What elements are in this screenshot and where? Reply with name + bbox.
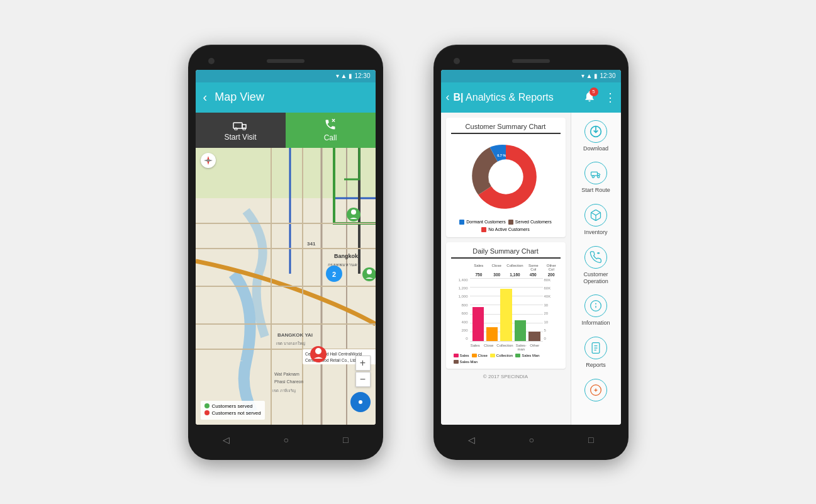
nav-recent-2[interactable]: □ [588,435,593,445]
legend-no-active-color [481,227,486,232]
legend-bar-collection: Collection [490,354,513,357]
bar-close [486,327,498,340]
val-some: 450 [525,272,541,277]
phone-2: ▾ ▲ ▮ 12:30 ‹ B| Analytics & Reports 5 [433,45,629,460]
svg-text:Phasi Chareon: Phasi Chareon [274,379,303,384]
sidebar-item-download[interactable]: Download [581,118,611,155]
x-close: Close [483,344,494,351]
phone-1-top [196,52,376,70]
col-header-some: Some Col [526,264,541,271]
back-arrow-2[interactable]: ‹ [446,91,450,104]
info-icon-container [584,294,607,317]
call-label: Call [324,133,337,142]
start-visit-button[interactable]: Start Visit [196,113,286,148]
bar-leg-salesman-label: Sales Man [522,354,539,357]
grid-area [470,278,543,341]
svg-point-42 [359,400,362,404]
sidebar-information-label: Information [581,320,610,327]
sidebar-item-start-route[interactable]: Start Route [579,159,613,196]
more-icon [590,384,602,396]
phone-2-speaker [512,59,550,63]
sidebar-item-information[interactable]: Information [579,292,612,329]
info-icon [590,300,602,312]
bar-chart-wrapper: 1,4001,2001,0008006004002000 80K60K40K30… [451,278,561,341]
call-button[interactable]: Call [286,113,376,148]
signal-icon: ▾ [336,72,339,79]
legend-dot-not-served [204,410,210,415]
more-menu-button[interactable]: ⋮ [605,91,616,104]
zoom-controls: + − [355,356,371,387]
map-area[interactable]: 341 Bangkok กรุงเทพมหานคร Dusit Zoo สวนส… [196,148,376,425]
bar-sales [472,307,484,341]
sidebar-item-more[interactable] [582,376,610,404]
download-icon-container [584,120,607,143]
sidebar-item-customer-operation[interactable]: Customer Operation [574,244,618,288]
nav-back-2[interactable]: ◁ [468,435,475,445]
start-route-icon-container [584,162,607,184]
phone2-header: ‹ B| Analytics & Reports 5 ⋮ [441,82,621,113]
nav-recent-1[interactable]: □ [343,435,348,445]
phone-2-screen: ▾ ▲ ▮ 12:30 ‹ B| Analytics & Reports 5 [441,70,621,425]
phone2-sidebar: Download Start Route [571,113,621,425]
svg-text:Bangkok: Bangkok [334,253,359,259]
svg-text:32.8 %: 32.8 % [488,179,500,183]
notification-badge: 5 [590,87,598,96]
phone2-nav: ◁ ○ □ [441,425,621,452]
back-arrow-1[interactable]: ‹ [203,90,208,104]
time-1: 12:30 [354,72,370,79]
notification-button[interactable]: 5 [583,90,596,105]
legend-dormant: Dormant Customers [459,220,506,225]
customer-operation-icon [590,251,602,264]
call-icon [324,118,337,131]
bar-other [528,332,540,340]
bar-col-headers: Sales Close Collection Some Col Other Co… [451,264,561,272]
brand-initial: B| [454,92,464,103]
svg-point-50 [598,176,600,177]
bar-values-top: 750 300 1,160 450 200 [451,272,561,278]
phone1-actions: Start Visit Call [196,113,376,148]
nav-home-2[interactable]: ○ [529,435,534,445]
phone1-nav: ◁ ○ □ [196,425,376,452]
legend-no-active-label: No Active Customers [488,227,529,232]
map-legend: Customers served Customers not served [201,401,265,420]
download-icon [590,125,602,138]
bar-leg-sales-color [454,354,459,357]
col-header-collection: Collection [506,264,523,271]
sidebar-item-inventory[interactable]: Inventory [581,201,610,238]
bar-leg-close-label: Close [478,354,488,357]
battery-icon-2: ▮ [594,72,598,79]
svg-point-55 [596,304,596,305]
val-other: 200 [544,272,559,277]
route-icon [590,167,602,179]
svg-point-49 [592,176,594,177]
legend-dormant-color [459,220,464,225]
legend-served-label: Customers served [212,403,253,409]
nav-home-1[interactable]: ○ [284,435,289,445]
location-button[interactable] [350,392,371,412]
chart-footer: © 2017 SPECINDIA [446,374,566,379]
svg-rect-0 [233,123,242,128]
bar-leg-other-color [454,360,459,364]
svg-text:2: 2 [332,271,335,278]
zoom-in-button[interactable]: + [355,356,371,371]
customer-chart-title: Customer Summary Chart [451,123,561,134]
zoom-out-button[interactable]: − [355,372,371,387]
phone-2-top [441,52,621,70]
svg-text:Wat Paknam: Wat Paknam [274,372,299,376]
phone-2-camera [454,58,460,64]
sidebar-download-label: Download [583,145,608,152]
map-svg: 341 Bangkok กรุงเทพมหานคร Dusit Zoo สวนส… [196,148,376,425]
nav-back-1[interactable]: ◁ [223,435,230,445]
sidebar-customer-op-label: Customer Operation [576,271,616,285]
truck-icon [233,119,248,130]
customer-op-icon-container [584,246,607,269]
legend-not-served-label: Customers not served [212,410,261,416]
donut-legend: Dormant Customers Served Customers No Ac… [451,220,561,232]
legend-bar-other: Sales-Man [454,360,478,364]
donut-chart-svg: 60.5 % 32.8 % 6.7 % [468,139,544,215]
status-icons-2: ▾ ▲ ▮ 12:30 [581,72,616,79]
phone2-main: Customer Summary Chart [441,113,571,425]
sidebar-start-route-label: Start Route [581,187,610,194]
bars-container [470,278,543,341]
sidebar-item-reports[interactable]: Reports [582,334,610,371]
